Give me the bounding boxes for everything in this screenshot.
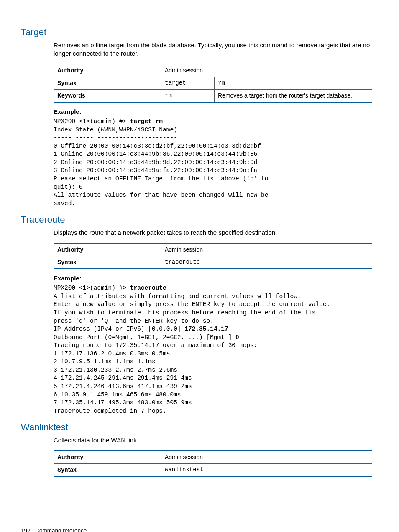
code-port-prompt: Outbound Port (0=Mgmt, 1=GE1, 2=GE2, ...… xyxy=(54,334,235,341)
code-ip-prompt: IP Address (IPv4 or IPv6) [0.0.0.0] xyxy=(54,326,184,332)
code-trace: Tracing route to 172.35.14.17 over a max… xyxy=(54,342,257,414)
section-title-target: Target xyxy=(21,26,372,39)
cell-authority-label: Authority xyxy=(54,451,161,463)
code-body: Index State (WWNN,WWPN/iSCSI Name) -----… xyxy=(54,126,268,207)
target-table: Authority Admin session Syntax target rm… xyxy=(54,64,372,103)
cell-authority-value: Admin session xyxy=(161,243,372,256)
page-number: 192 xyxy=(21,527,31,532)
code-ip-val: 172.35.14.17 xyxy=(184,326,228,332)
cell-keywords-desc: Removes a target from the router's targe… xyxy=(215,89,372,102)
page-footer: 192 Command reference xyxy=(21,527,372,532)
cell-syntax-arg: rm xyxy=(215,77,372,90)
cell-authority-value: Admin session xyxy=(161,451,372,463)
wanlinktest-table: Authority Admin session Syntax wanlinkte… xyxy=(54,450,372,477)
cell-keywords-kw: rm xyxy=(161,89,215,102)
section-title-wanlinktest: Wanlinktest xyxy=(21,421,372,434)
cell-syntax-label: Syntax xyxy=(54,77,161,90)
code-cmd: traceroute xyxy=(130,285,166,291)
cell-authority-label: Authority xyxy=(54,64,161,77)
code-body: A list of attributes with formatting and… xyxy=(54,293,330,324)
traceroute-description: Displays the route that a network packet… xyxy=(54,229,372,237)
code-cmd: target rm xyxy=(130,118,163,125)
code-prompt: MPX200 <1>(admin) #> xyxy=(54,118,130,125)
cell-keywords-label: Keywords xyxy=(54,89,161,102)
target-description: Removes an offline target from the blade… xyxy=(54,41,372,58)
cell-syntax-cmd: target xyxy=(161,77,215,90)
cell-syntax-label: Syntax xyxy=(54,464,161,476)
traceroute-example-label: Example: xyxy=(54,274,372,283)
code-prompt: MPX200 <1>(admin) #> xyxy=(54,285,130,291)
footer-title: Command reference xyxy=(35,527,87,532)
cell-syntax-cmd: traceroute xyxy=(161,256,372,269)
cell-authority-value: Admin session xyxy=(161,64,372,77)
traceroute-table: Authority Admin session Syntax tracerout… xyxy=(54,243,372,269)
traceroute-example-code: MPX200 <1>(admin) #> traceroute A list o… xyxy=(54,284,372,415)
wanlinktest-description: Collects data for the WAN link. xyxy=(54,436,372,445)
cell-authority-label: Authority xyxy=(54,243,161,256)
target-example-label: Example: xyxy=(54,108,372,116)
code-port-val: 0 xyxy=(235,334,239,341)
cell-syntax-cmd: wanlinktest xyxy=(161,464,372,476)
target-example-code: MPX200 <1>(admin) #> target rm Index Sta… xyxy=(54,118,372,208)
section-title-traceroute: Traceroute xyxy=(21,213,372,226)
cell-syntax-label: Syntax xyxy=(54,256,161,269)
